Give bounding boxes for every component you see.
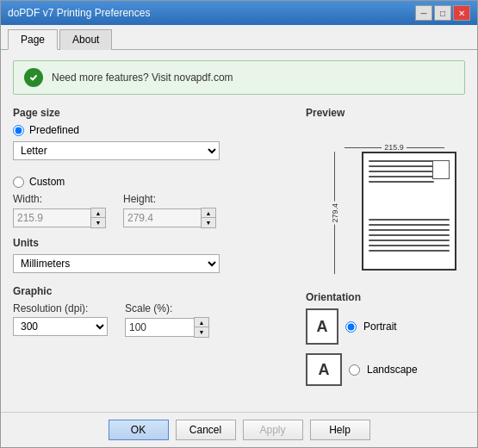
preview-line-1 (369, 160, 434, 162)
height-label: Height: (123, 193, 216, 205)
apply-button[interactable]: Apply (243, 420, 303, 440)
scale-up-button[interactable]: ▲ (195, 318, 208, 327)
predefined-radio-row: Predefined (13, 124, 289, 136)
preview-box (432, 160, 450, 179)
tab-about[interactable]: About (59, 29, 112, 50)
arrow-bottom-cap (334, 269, 335, 274)
scale-input[interactable] (125, 318, 194, 337)
preview-label: Preview (306, 107, 465, 119)
scale-spinner-buttons: ▲ ▼ (194, 317, 209, 338)
cancel-button[interactable]: Cancel (176, 420, 236, 440)
preview-line-9 (369, 234, 450, 236)
preview-line-5 (369, 181, 434, 183)
predefined-radio[interactable] (13, 125, 24, 136)
preview-page (362, 152, 456, 271)
bottom-bar: OK Cancel Apply Help (1, 412, 477, 447)
tab-page[interactable]: Page (8, 29, 58, 50)
height-group: Height: ▲ ▼ (123, 193, 216, 228)
resolution-group: Resolution (dpi): 72 96 150 200 300 600 (13, 302, 108, 345)
custom-radio[interactable] (13, 177, 24, 188)
resolution-dropdown: 72 96 150 200 300 600 (13, 317, 108, 345)
preview-line-2 (369, 165, 434, 167)
orientation-label: Orientation (306, 291, 465, 303)
banner-icon (24, 68, 43, 87)
units-select[interactable]: Millimeters Inches Points (13, 254, 220, 273)
title-bar-buttons: ─ □ ✕ (415, 5, 470, 21)
height-dimension-text: 279.4 (331, 202, 339, 225)
preview-line-6 (369, 219, 450, 221)
arrow-right-cap (439, 147, 444, 148)
minimize-button[interactable]: ─ (415, 5, 432, 21)
portrait-icon: A (306, 308, 338, 345)
left-line (334, 157, 335, 202)
height-down-button[interactable]: ▼ (202, 218, 215, 227)
preview-lines (369, 160, 434, 186)
landscape-icon: A (306, 353, 342, 386)
graphic-label: Graphic (13, 285, 289, 297)
height-spinner-buttons: ▲ ▼ (201, 208, 216, 228)
page-size-label: Page size (13, 107, 289, 119)
scale-down-button[interactable]: ▼ (195, 327, 208, 337)
predefined-select[interactable]: Letter A4 A3 Legal (13, 141, 220, 160)
custom-dimensions-row: Width: ▲ ▼ Height: (13, 193, 289, 228)
left-panel: Page size Predefined Letter A4 A3 Legal … (13, 107, 289, 395)
main-layout: Page size Predefined Letter A4 A3 Legal … (13, 107, 465, 395)
promo-banner: Need more features? Visit novapdf.com (13, 60, 465, 95)
window-title: doPDF v7 Printing Preferences (8, 7, 150, 19)
landscape-option: A Landscape (306, 353, 465, 386)
main-window: doPDF v7 Printing Preferences ─ □ ✕ Page… (0, 0, 478, 448)
preview-line-12 (369, 250, 450, 252)
width-label: Width: (13, 193, 106, 205)
page-content: Need more features? Visit novapdf.com Pa… (1, 50, 477, 412)
banner-text: Need more features? Visit novapdf.com (52, 72, 233, 84)
width-input[interactable] (13, 208, 90, 227)
width-dimension-text: 215.9 (382, 143, 407, 152)
landscape-label: Landscape (367, 364, 418, 376)
custom-radio-row: Custom (13, 176, 289, 188)
preview-line-8 (369, 229, 450, 231)
preview-line-11 (369, 245, 450, 246)
width-spinner: ▲ ▼ (13, 208, 106, 228)
custom-label: Custom (29, 176, 65, 188)
top-line2 (407, 147, 439, 148)
title-bar: doPDF v7 Printing Preferences ─ □ ✕ (1, 1, 477, 25)
preview-lines-bottom (369, 219, 450, 255)
height-input[interactable] (123, 208, 201, 227)
resolution-label: Resolution (dpi): (13, 302, 108, 314)
predefined-label: Predefined (29, 124, 79, 136)
preview-line-10 (369, 240, 450, 241)
portrait-label: Portrait (363, 320, 397, 333)
width-down-button[interactable]: ▼ (91, 218, 105, 227)
graphic-row: Resolution (dpi): 72 96 150 200 300 600 (13, 302, 289, 345)
resolution-select[interactable]: 72 96 150 200 300 600 (13, 317, 108, 336)
ok-button[interactable]: OK (109, 420, 169, 440)
preview-line-7 (369, 224, 450, 226)
portrait-radio[interactable] (345, 321, 357, 333)
scale-label: Scale (%): (125, 302, 209, 314)
graphic-section: Graphic Resolution (dpi): 72 96 150 200 (13, 285, 289, 345)
scale-spinner: ▲ ▼ (125, 317, 209, 338)
units-section: Units Millimeters Inches Points (13, 237, 289, 282)
left-dimension: 279.4 (329, 152, 341, 274)
width-up-button[interactable]: ▲ (91, 208, 105, 218)
preview-line-3 (369, 171, 434, 172)
close-button[interactable]: ✕ (453, 5, 470, 21)
tab-bar: Page About (1, 25, 477, 50)
units-label: Units (13, 237, 289, 249)
landscape-radio[interactable] (349, 364, 360, 376)
page-size-section: Page size Predefined Letter A4 A3 Legal … (13, 107, 289, 228)
orientation-section: Orientation A Portrait A Landscape (306, 291, 465, 386)
portrait-option: A Portrait (306, 308, 465, 345)
preview-line-4 (369, 176, 434, 177)
preview-section: Preview 215.9 (306, 107, 465, 277)
width-group: Width: ▲ ▼ (13, 193, 106, 228)
scale-group: Scale (%): ▲ ▼ (125, 302, 209, 345)
height-up-button[interactable]: ▲ (202, 208, 215, 218)
top-line (350, 147, 382, 148)
maximize-button[interactable]: □ (434, 5, 451, 21)
help-button[interactable]: Help (310, 420, 370, 440)
height-spinner: ▲ ▼ (123, 208, 216, 228)
left-line2 (334, 224, 335, 269)
preview-container: 215.9 279.4 (306, 126, 465, 277)
right-panel: Preview 215.9 (306, 107, 465, 395)
